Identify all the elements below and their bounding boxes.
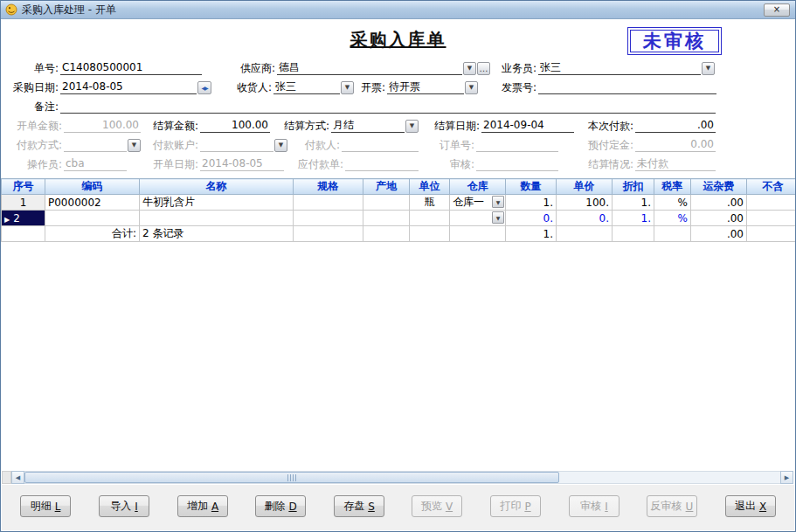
payable-bill-value — [345, 157, 419, 171]
purchase-date-label: 采购日期: — [8, 81, 60, 94]
exit-button[interactable]: 退出X — [725, 495, 776, 517]
current-row-marker-icon: ▶ — [4, 216, 10, 224]
row2-qty-cell[interactable]: 0. — [506, 211, 557, 226]
settle-method-input[interactable]: 月结 — [331, 119, 405, 133]
invoice-status-dropdown-icon[interactable]: ▼ — [465, 81, 478, 94]
import-button[interactable]: 导入I — [99, 495, 149, 517]
row2-tax-cell[interactable]: % — [654, 211, 691, 226]
remark-field: 备注: — [17, 99, 716, 114]
close-button[interactable]: × — [764, 3, 790, 17]
billing-date-label: 开单日期: — [144, 158, 200, 171]
invoice-no-field: 发票号: — [493, 79, 716, 94]
deposit-field: 预付定金: 0.00 — [579, 137, 716, 152]
row1-spec-cell[interactable] — [294, 195, 363, 211]
table-row: 1 P0000002 牛初乳含片 瓶 仓库一 ▼ 1. 100. 1. % .0… — [2, 195, 796, 211]
delete-button[interactable]: 删除D — [255, 495, 306, 517]
col-header-price: 单价 — [557, 179, 613, 195]
col-header-freight: 运杂费 — [691, 179, 747, 195]
order-amount-label: 开单金额: — [8, 120, 64, 133]
operator-label: 操作员: — [17, 158, 64, 171]
scroll-left-button[interactable]: ◀ — [11, 471, 24, 484]
col-header-name: 名称 — [140, 179, 294, 195]
receiver-dropdown-icon[interactable]: ▼ — [341, 81, 354, 94]
settle-status-field: 结算情况: 未付款 — [579, 156, 716, 171]
row2-warehouse-dropdown-icon[interactable]: ▼ — [492, 211, 504, 224]
invoice-status-input[interactable]: 待开票 — [387, 80, 464, 94]
supplier-input[interactable]: 德昌 — [277, 61, 462, 75]
order-no-input[interactable]: C14080500001 — [60, 61, 202, 75]
pay-account-value — [200, 138, 273, 152]
pay-method-value — [64, 138, 127, 152]
salesman-dropdown-icon[interactable]: ▼ — [702, 62, 715, 75]
purchase-date-input[interactable]: 2014-08-05 — [60, 80, 197, 94]
invoice-status-field: 开票: 待开票 ▼ — [357, 79, 478, 94]
row1-origin-cell[interactable] — [363, 195, 410, 211]
row1-name-cell[interactable]: 牛初乳含片 — [140, 195, 294, 211]
row1-unit-cell[interactable]: 瓶 — [410, 195, 450, 211]
operator-value: cba — [64, 157, 127, 171]
settle-amount-label: 结算金额: — [144, 120, 200, 133]
col-header-code: 编码 — [45, 179, 140, 195]
settle-amount-field: 结算金额: 100.00 — [144, 118, 270, 133]
pay-account-field: 付款账户: ▼ — [144, 137, 287, 152]
supplier-field: 供应商: 德昌 ▼ … — [232, 60, 490, 75]
row2-warehouse-cell[interactable]: ▼ — [450, 211, 506, 226]
preview-button: 预览V — [412, 495, 462, 517]
settle-method-field: 结算方式: 月结 ▼ — [275, 118, 419, 133]
row2-unit-cell[interactable] — [410, 211, 450, 226]
save-button[interactable]: 存盘S — [334, 495, 384, 517]
row1-warehouse-cell[interactable]: 仓库一 ▼ — [450, 195, 506, 211]
receiver-field: 收货人: 张三 ▼ — [233, 79, 354, 94]
row1-code-cell[interactable]: P0000002 — [45, 195, 140, 211]
row2-spec-cell[interactable] — [294, 211, 363, 226]
total-qty: 1. — [506, 226, 557, 242]
settle-date-input[interactable]: 2014-09-04 — [481, 119, 574, 133]
audit-value — [476, 157, 558, 171]
row1-freight-cell[interactable]: .00 — [691, 195, 747, 211]
scrollbar-grip-icon — [287, 474, 297, 481]
row1-warehouse-dropdown-icon[interactable]: ▼ — [492, 196, 504, 208]
add-button[interactable]: 增加A — [177, 495, 228, 517]
remark-input[interactable] — [60, 100, 716, 114]
remark-label: 备注: — [17, 100, 60, 114]
row1-tax-cell[interactable]: % — [654, 195, 691, 211]
audit-field: 审核: — [441, 156, 558, 171]
scroll-right-button[interactable]: ▶ — [780, 471, 793, 484]
horizontal-scrollbar[interactable]: ◀ ▶ — [11, 471, 793, 484]
payment-now-field: 本次付款: .00 — [579, 118, 716, 133]
settle-method-dropdown-icon[interactable]: ▼ — [405, 120, 419, 133]
window-title: 采购入库处理 - 开单 — [22, 3, 116, 17]
settle-amount-input[interactable]: 100.00 — [200, 119, 270, 133]
settle-date-label: 结算日期: — [426, 120, 481, 133]
supplier-dropdown-icon[interactable]: ▼ — [463, 62, 476, 75]
row1-price-cell[interactable]: 100. — [557, 195, 613, 211]
row2-code-cell[interactable] — [45, 211, 140, 226]
row1-notax-cell[interactable] — [747, 195, 796, 211]
row1-qty-cell[interactable]: 1. — [506, 195, 557, 211]
payment-now-input[interactable]: .00 — [635, 119, 716, 133]
pay-account-label: 付款账户: — [144, 139, 200, 152]
row2-freight-cell[interactable]: .00 — [691, 211, 747, 226]
total-indicator — [2, 226, 45, 242]
invoice-no-label: 发票号: — [493, 81, 538, 94]
receiver-label: 收货人: — [233, 81, 273, 94]
scrollbar-track[interactable] — [24, 471, 780, 484]
settle-status-label: 结算情况: — [579, 158, 635, 171]
scrollbar-thumb[interactable] — [24, 472, 559, 483]
supplier-browse-button[interactable]: … — [477, 62, 490, 75]
titlebar: 采购入库处理 - 开单 × — [1, 1, 795, 19]
items-grid: 序号 编码 名称 规格 产地 单位 仓库 数量 单价 折扣 税率 运杂费 不含 … — [1, 178, 796, 242]
row2-name-cell[interactable] — [140, 211, 294, 226]
salesman-input[interactable]: 张三 — [538, 61, 701, 75]
payer-label: 付款人: — [296, 139, 342, 152]
settle-method-label: 结算方式: — [275, 120, 331, 133]
receiver-input[interactable]: 张三 — [273, 80, 340, 94]
row2-discount-cell[interactable]: 1. — [613, 211, 654, 226]
invoice-no-input[interactable] — [538, 80, 716, 94]
row2-origin-cell[interactable] — [363, 211, 410, 226]
purchase-date-spinner-icon[interactable]: ◀▶ — [197, 81, 211, 94]
row1-discount-cell[interactable]: 1. — [613, 195, 654, 211]
row2-price-cell[interactable]: 0. — [557, 211, 613, 226]
row2-notax-cell[interactable] — [747, 211, 796, 226]
detail-button[interactable]: 明细L — [20, 495, 71, 517]
